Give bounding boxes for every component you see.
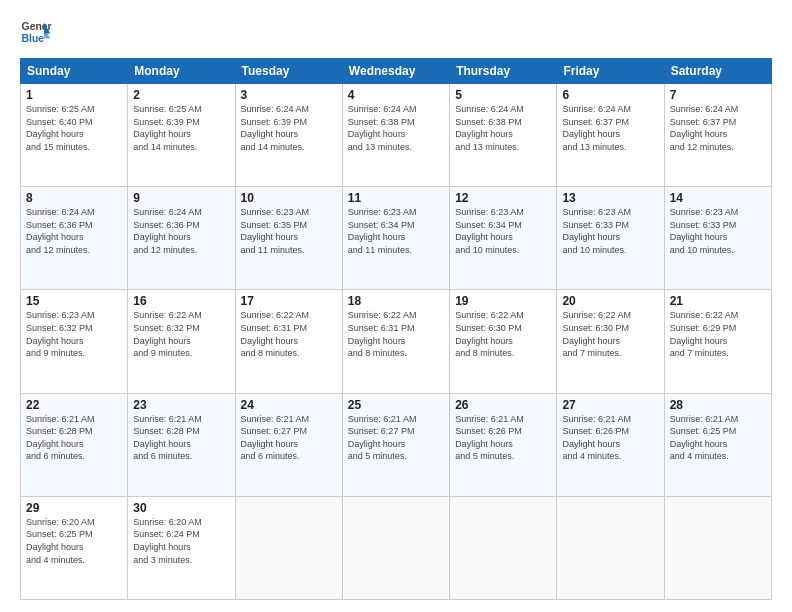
- day-info: Sunrise: 6:25 AMSunset: 6:40 PMDaylight …: [26, 104, 95, 152]
- day-number: 28: [670, 398, 766, 412]
- calendar-cell: 16 Sunrise: 6:22 AMSunset: 6:32 PMDaylig…: [128, 290, 235, 393]
- calendar-cell: 2 Sunrise: 6:25 AMSunset: 6:39 PMDayligh…: [128, 84, 235, 187]
- day-info: Sunrise: 6:23 AMSunset: 6:34 PMDaylight …: [455, 207, 524, 255]
- day-number: 22: [26, 398, 122, 412]
- day-info: Sunrise: 6:21 AMSunset: 6:27 PMDaylight …: [241, 414, 310, 462]
- day-info: Sunrise: 6:23 AMSunset: 6:34 PMDaylight …: [348, 207, 417, 255]
- calendar-cell: 26 Sunrise: 6:21 AMSunset: 6:26 PMDaylig…: [450, 393, 557, 496]
- calendar-cell: 6 Sunrise: 6:24 AMSunset: 6:37 PMDayligh…: [557, 84, 664, 187]
- calendar-cell: 8 Sunrise: 6:24 AMSunset: 6:36 PMDayligh…: [21, 187, 128, 290]
- day-number: 21: [670, 294, 766, 308]
- calendar-cell: [557, 496, 664, 599]
- calendar-cell: 25 Sunrise: 6:21 AMSunset: 6:27 PMDaylig…: [342, 393, 449, 496]
- calendar-cell: 14 Sunrise: 6:23 AMSunset: 6:33 PMDaylig…: [664, 187, 771, 290]
- day-info: Sunrise: 6:22 AMSunset: 6:31 PMDaylight …: [241, 310, 310, 358]
- day-number: 27: [562, 398, 658, 412]
- day-number: 25: [348, 398, 444, 412]
- day-number: 12: [455, 191, 551, 205]
- weekday-header-friday: Friday: [557, 59, 664, 84]
- calendar-cell: 1 Sunrise: 6:25 AMSunset: 6:40 PMDayligh…: [21, 84, 128, 187]
- day-info: Sunrise: 6:21 AMSunset: 6:26 PMDaylight …: [455, 414, 524, 462]
- day-info: Sunrise: 6:24 AMSunset: 6:38 PMDaylight …: [455, 104, 524, 152]
- calendar-cell: 11 Sunrise: 6:23 AMSunset: 6:34 PMDaylig…: [342, 187, 449, 290]
- calendar-cell: [342, 496, 449, 599]
- day-info: Sunrise: 6:24 AMSunset: 6:38 PMDaylight …: [348, 104, 417, 152]
- day-info: Sunrise: 6:24 AMSunset: 6:36 PMDaylight …: [133, 207, 202, 255]
- calendar-cell: 12 Sunrise: 6:23 AMSunset: 6:34 PMDaylig…: [450, 187, 557, 290]
- day-number: 3: [241, 88, 337, 102]
- calendar-cell: 19 Sunrise: 6:22 AMSunset: 6:30 PMDaylig…: [450, 290, 557, 393]
- calendar-cell: 27 Sunrise: 6:21 AMSunset: 6:26 PMDaylig…: [557, 393, 664, 496]
- calendar-cell: 13 Sunrise: 6:23 AMSunset: 6:33 PMDaylig…: [557, 187, 664, 290]
- day-info: Sunrise: 6:22 AMSunset: 6:30 PMDaylight …: [455, 310, 524, 358]
- day-info: Sunrise: 6:22 AMSunset: 6:29 PMDaylight …: [670, 310, 739, 358]
- day-info: Sunrise: 6:23 AMSunset: 6:32 PMDaylight …: [26, 310, 95, 358]
- calendar-cell: 30 Sunrise: 6:20 AMSunset: 6:24 PMDaylig…: [128, 496, 235, 599]
- weekday-header-monday: Monday: [128, 59, 235, 84]
- day-info: Sunrise: 6:21 AMSunset: 6:26 PMDaylight …: [562, 414, 631, 462]
- calendar-cell: 9 Sunrise: 6:24 AMSunset: 6:36 PMDayligh…: [128, 187, 235, 290]
- day-info: Sunrise: 6:25 AMSunset: 6:39 PMDaylight …: [133, 104, 202, 152]
- day-number: 8: [26, 191, 122, 205]
- day-info: Sunrise: 6:21 AMSunset: 6:28 PMDaylight …: [133, 414, 202, 462]
- calendar-cell: 10 Sunrise: 6:23 AMSunset: 6:35 PMDaylig…: [235, 187, 342, 290]
- day-info: Sunrise: 6:23 AMSunset: 6:33 PMDaylight …: [670, 207, 739, 255]
- day-info: Sunrise: 6:21 AMSunset: 6:25 PMDaylight …: [670, 414, 739, 462]
- calendar-cell: 15 Sunrise: 6:23 AMSunset: 6:32 PMDaylig…: [21, 290, 128, 393]
- day-number: 9: [133, 191, 229, 205]
- day-number: 30: [133, 501, 229, 515]
- day-number: 24: [241, 398, 337, 412]
- calendar-cell: 22 Sunrise: 6:21 AMSunset: 6:28 PMDaylig…: [21, 393, 128, 496]
- day-number: 17: [241, 294, 337, 308]
- weekday-header-thursday: Thursday: [450, 59, 557, 84]
- day-info: Sunrise: 6:24 AMSunset: 6:36 PMDaylight …: [26, 207, 95, 255]
- day-number: 4: [348, 88, 444, 102]
- day-info: Sunrise: 6:23 AMSunset: 6:35 PMDaylight …: [241, 207, 310, 255]
- calendar-cell: [450, 496, 557, 599]
- day-info: Sunrise: 6:21 AMSunset: 6:27 PMDaylight …: [348, 414, 417, 462]
- calendar-cell: 7 Sunrise: 6:24 AMSunset: 6:37 PMDayligh…: [664, 84, 771, 187]
- day-info: Sunrise: 6:20 AMSunset: 6:25 PMDaylight …: [26, 517, 95, 565]
- calendar-cell: 4 Sunrise: 6:24 AMSunset: 6:38 PMDayligh…: [342, 84, 449, 187]
- calendar-cell: 17 Sunrise: 6:22 AMSunset: 6:31 PMDaylig…: [235, 290, 342, 393]
- day-number: 15: [26, 294, 122, 308]
- calendar-cell: 3 Sunrise: 6:24 AMSunset: 6:39 PMDayligh…: [235, 84, 342, 187]
- day-number: 1: [26, 88, 122, 102]
- day-number: 13: [562, 191, 658, 205]
- svg-text:Blue: Blue: [22, 33, 45, 44]
- calendar-cell: [664, 496, 771, 599]
- calendar-cell: 23 Sunrise: 6:21 AMSunset: 6:28 PMDaylig…: [128, 393, 235, 496]
- calendar-cell: 18 Sunrise: 6:22 AMSunset: 6:31 PMDaylig…: [342, 290, 449, 393]
- logo: General Blue: [20, 16, 52, 48]
- day-info: Sunrise: 6:23 AMSunset: 6:33 PMDaylight …: [562, 207, 631, 255]
- calendar-cell: 5 Sunrise: 6:24 AMSunset: 6:38 PMDayligh…: [450, 84, 557, 187]
- day-number: 18: [348, 294, 444, 308]
- day-number: 10: [241, 191, 337, 205]
- day-number: 19: [455, 294, 551, 308]
- day-number: 16: [133, 294, 229, 308]
- weekday-header-saturday: Saturday: [664, 59, 771, 84]
- weekday-header-wednesday: Wednesday: [342, 59, 449, 84]
- weekday-header-tuesday: Tuesday: [235, 59, 342, 84]
- day-number: 20: [562, 294, 658, 308]
- calendar-cell: 20 Sunrise: 6:22 AMSunset: 6:30 PMDaylig…: [557, 290, 664, 393]
- day-info: Sunrise: 6:24 AMSunset: 6:39 PMDaylight …: [241, 104, 310, 152]
- day-info: Sunrise: 6:22 AMSunset: 6:30 PMDaylight …: [562, 310, 631, 358]
- day-number: 26: [455, 398, 551, 412]
- day-number: 29: [26, 501, 122, 515]
- day-number: 14: [670, 191, 766, 205]
- day-info: Sunrise: 6:21 AMSunset: 6:28 PMDaylight …: [26, 414, 95, 462]
- day-info: Sunrise: 6:22 AMSunset: 6:31 PMDaylight …: [348, 310, 417, 358]
- day-number: 11: [348, 191, 444, 205]
- calendar-cell: 24 Sunrise: 6:21 AMSunset: 6:27 PMDaylig…: [235, 393, 342, 496]
- day-number: 2: [133, 88, 229, 102]
- day-info: Sunrise: 6:24 AMSunset: 6:37 PMDaylight …: [562, 104, 631, 152]
- calendar-cell: 21 Sunrise: 6:22 AMSunset: 6:29 PMDaylig…: [664, 290, 771, 393]
- day-number: 6: [562, 88, 658, 102]
- header: General Blue: [20, 16, 772, 48]
- weekday-header-sunday: Sunday: [21, 59, 128, 84]
- day-info: Sunrise: 6:22 AMSunset: 6:32 PMDaylight …: [133, 310, 202, 358]
- calendar-table: SundayMondayTuesdayWednesdayThursdayFrid…: [20, 58, 772, 600]
- page: General Blue SundayMondayTuesdayWednesda…: [0, 0, 792, 612]
- day-number: 7: [670, 88, 766, 102]
